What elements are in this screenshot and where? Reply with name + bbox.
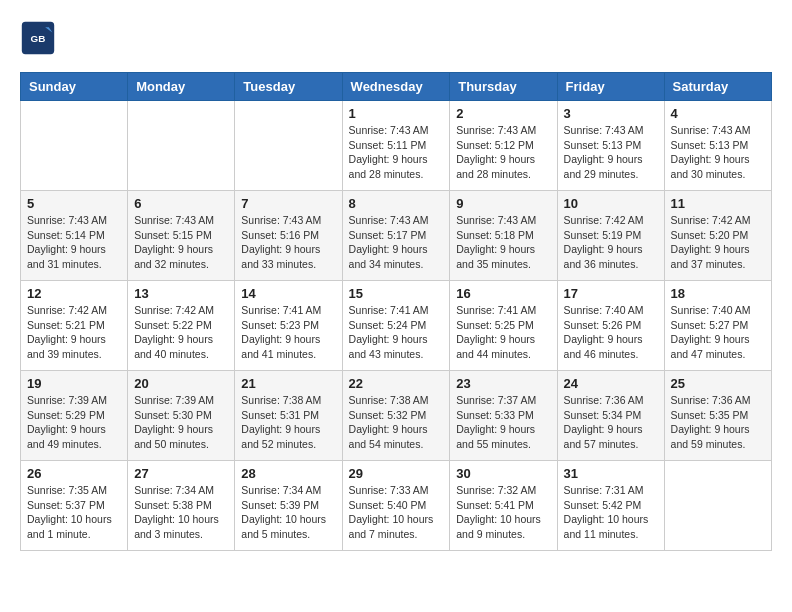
calendar-cell [235,101,342,191]
day-info: Sunrise: 7:43 AM Sunset: 5:12 PM Dayligh… [456,123,550,182]
calendar-cell: 1Sunrise: 7:43 AM Sunset: 5:11 PM Daylig… [342,101,450,191]
day-number: 15 [349,286,444,301]
day-number: 21 [241,376,335,391]
day-info: Sunrise: 7:42 AM Sunset: 5:21 PM Dayligh… [27,303,121,362]
day-number: 22 [349,376,444,391]
day-number: 19 [27,376,121,391]
day-info: Sunrise: 7:31 AM Sunset: 5:42 PM Dayligh… [564,483,658,542]
day-number: 17 [564,286,658,301]
calendar-week-2: 5Sunrise: 7:43 AM Sunset: 5:14 PM Daylig… [21,191,772,281]
day-info: Sunrise: 7:43 AM Sunset: 5:16 PM Dayligh… [241,213,335,272]
day-number: 3 [564,106,658,121]
day-info: Sunrise: 7:43 AM Sunset: 5:13 PM Dayligh… [564,123,658,182]
calendar-cell [128,101,235,191]
calendar-cell: 31Sunrise: 7:31 AM Sunset: 5:42 PM Dayli… [557,461,664,551]
calendar-cell: 16Sunrise: 7:41 AM Sunset: 5:25 PM Dayli… [450,281,557,371]
day-info: Sunrise: 7:33 AM Sunset: 5:40 PM Dayligh… [349,483,444,542]
logo-icon: GB [20,20,56,56]
calendar-cell: 20Sunrise: 7:39 AM Sunset: 5:30 PM Dayli… [128,371,235,461]
day-info: Sunrise: 7:43 AM Sunset: 5:15 PM Dayligh… [134,213,228,272]
svg-text:GB: GB [31,33,46,44]
day-info: Sunrise: 7:34 AM Sunset: 5:38 PM Dayligh… [134,483,228,542]
day-number: 1 [349,106,444,121]
calendar-cell: 17Sunrise: 7:40 AM Sunset: 5:26 PM Dayli… [557,281,664,371]
day-number: 9 [456,196,550,211]
weekday-header-monday: Monday [128,73,235,101]
calendar-cell: 7Sunrise: 7:43 AM Sunset: 5:16 PM Daylig… [235,191,342,281]
day-info: Sunrise: 7:42 AM Sunset: 5:22 PM Dayligh… [134,303,228,362]
day-number: 24 [564,376,658,391]
day-number: 27 [134,466,228,481]
calendar-week-5: 26Sunrise: 7:35 AM Sunset: 5:37 PM Dayli… [21,461,772,551]
calendar-cell: 26Sunrise: 7:35 AM Sunset: 5:37 PM Dayli… [21,461,128,551]
day-number: 13 [134,286,228,301]
day-info: Sunrise: 7:42 AM Sunset: 5:19 PM Dayligh… [564,213,658,272]
day-number: 25 [671,376,765,391]
weekday-header-row: SundayMondayTuesdayWednesdayThursdayFrid… [21,73,772,101]
day-number: 23 [456,376,550,391]
calendar-cell: 27Sunrise: 7:34 AM Sunset: 5:38 PM Dayli… [128,461,235,551]
day-number: 12 [27,286,121,301]
day-number: 2 [456,106,550,121]
day-number: 28 [241,466,335,481]
day-number: 4 [671,106,765,121]
calendar-cell: 11Sunrise: 7:42 AM Sunset: 5:20 PM Dayli… [664,191,771,281]
calendar-cell [664,461,771,551]
day-number: 16 [456,286,550,301]
day-info: Sunrise: 7:39 AM Sunset: 5:30 PM Dayligh… [134,393,228,452]
day-info: Sunrise: 7:36 AM Sunset: 5:35 PM Dayligh… [671,393,765,452]
day-info: Sunrise: 7:41 AM Sunset: 5:24 PM Dayligh… [349,303,444,362]
day-info: Sunrise: 7:41 AM Sunset: 5:25 PM Dayligh… [456,303,550,362]
calendar-cell: 23Sunrise: 7:37 AM Sunset: 5:33 PM Dayli… [450,371,557,461]
weekday-header-saturday: Saturday [664,73,771,101]
calendar-cell: 22Sunrise: 7:38 AM Sunset: 5:32 PM Dayli… [342,371,450,461]
weekday-header-thursday: Thursday [450,73,557,101]
calendar-cell: 28Sunrise: 7:34 AM Sunset: 5:39 PM Dayli… [235,461,342,551]
day-info: Sunrise: 7:43 AM Sunset: 5:13 PM Dayligh… [671,123,765,182]
calendar-cell: 30Sunrise: 7:32 AM Sunset: 5:41 PM Dayli… [450,461,557,551]
calendar-week-4: 19Sunrise: 7:39 AM Sunset: 5:29 PM Dayli… [21,371,772,461]
day-info: Sunrise: 7:35 AM Sunset: 5:37 PM Dayligh… [27,483,121,542]
day-info: Sunrise: 7:38 AM Sunset: 5:31 PM Dayligh… [241,393,335,452]
calendar-cell: 14Sunrise: 7:41 AM Sunset: 5:23 PM Dayli… [235,281,342,371]
day-number: 20 [134,376,228,391]
calendar-cell [21,101,128,191]
calendar-cell: 5Sunrise: 7:43 AM Sunset: 5:14 PM Daylig… [21,191,128,281]
calendar-cell: 18Sunrise: 7:40 AM Sunset: 5:27 PM Dayli… [664,281,771,371]
day-info: Sunrise: 7:43 AM Sunset: 5:17 PM Dayligh… [349,213,444,272]
calendar-cell: 29Sunrise: 7:33 AM Sunset: 5:40 PM Dayli… [342,461,450,551]
calendar-week-1: 1Sunrise: 7:43 AM Sunset: 5:11 PM Daylig… [21,101,772,191]
day-number: 5 [27,196,121,211]
calendar-cell: 21Sunrise: 7:38 AM Sunset: 5:31 PM Dayli… [235,371,342,461]
calendar-cell: 13Sunrise: 7:42 AM Sunset: 5:22 PM Dayli… [128,281,235,371]
calendar-cell: 6Sunrise: 7:43 AM Sunset: 5:15 PM Daylig… [128,191,235,281]
day-info: Sunrise: 7:39 AM Sunset: 5:29 PM Dayligh… [27,393,121,452]
day-number: 10 [564,196,658,211]
calendar-cell: 24Sunrise: 7:36 AM Sunset: 5:34 PM Dayli… [557,371,664,461]
page-header: GB [20,20,772,56]
calendar-cell: 25Sunrise: 7:36 AM Sunset: 5:35 PM Dayli… [664,371,771,461]
day-number: 8 [349,196,444,211]
day-info: Sunrise: 7:43 AM Sunset: 5:18 PM Dayligh… [456,213,550,272]
day-info: Sunrise: 7:43 AM Sunset: 5:14 PM Dayligh… [27,213,121,272]
day-info: Sunrise: 7:37 AM Sunset: 5:33 PM Dayligh… [456,393,550,452]
day-info: Sunrise: 7:32 AM Sunset: 5:41 PM Dayligh… [456,483,550,542]
calendar-cell: 3Sunrise: 7:43 AM Sunset: 5:13 PM Daylig… [557,101,664,191]
day-info: Sunrise: 7:34 AM Sunset: 5:39 PM Dayligh… [241,483,335,542]
weekday-header-wednesday: Wednesday [342,73,450,101]
day-info: Sunrise: 7:43 AM Sunset: 5:11 PM Dayligh… [349,123,444,182]
day-number: 11 [671,196,765,211]
day-number: 6 [134,196,228,211]
day-number: 14 [241,286,335,301]
weekday-header-friday: Friday [557,73,664,101]
calendar-cell: 2Sunrise: 7:43 AM Sunset: 5:12 PM Daylig… [450,101,557,191]
calendar-cell: 8Sunrise: 7:43 AM Sunset: 5:17 PM Daylig… [342,191,450,281]
day-info: Sunrise: 7:40 AM Sunset: 5:26 PM Dayligh… [564,303,658,362]
calendar-cell: 4Sunrise: 7:43 AM Sunset: 5:13 PM Daylig… [664,101,771,191]
weekday-header-sunday: Sunday [21,73,128,101]
day-number: 26 [27,466,121,481]
day-info: Sunrise: 7:38 AM Sunset: 5:32 PM Dayligh… [349,393,444,452]
calendar-cell: 9Sunrise: 7:43 AM Sunset: 5:18 PM Daylig… [450,191,557,281]
calendar-week-3: 12Sunrise: 7:42 AM Sunset: 5:21 PM Dayli… [21,281,772,371]
calendar-cell: 15Sunrise: 7:41 AM Sunset: 5:24 PM Dayli… [342,281,450,371]
